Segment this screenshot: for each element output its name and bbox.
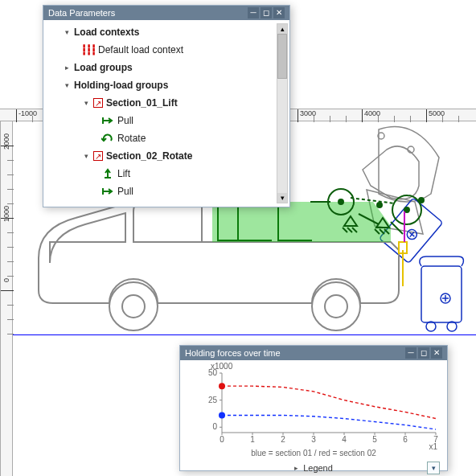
svg-line-27 <box>375 229 380 234</box>
tree-item-load-contexts[interactable]: ▾ Load contexts <box>45 23 289 41</box>
panel-title-text: Data Parameters <box>48 6 248 20</box>
data-parameters-panel[interactable]: Data Parameters ─ ◻ ✕ ▾ Load contexts ┇┇… <box>43 5 290 207</box>
svg-point-14 <box>312 282 360 330</box>
svg-point-5 <box>441 293 450 303</box>
svg-text:0: 0 <box>220 435 224 444</box>
svg-line-11 <box>409 232 414 236</box>
maximize-button[interactable]: ◻ <box>418 347 429 359</box>
chart-area: x1000 0255001234567 x1 blue = section 01… <box>180 360 447 470</box>
section-icon: ↗ <box>93 151 103 161</box>
svg-point-22 <box>377 203 382 207</box>
tree-item-pull-2[interactable]: Pull <box>45 183 289 200</box>
svg-point-21 <box>404 207 409 212</box>
scroll-thumb[interactable] <box>277 34 287 79</box>
tree-item-lift[interactable]: Lift <box>45 165 289 183</box>
svg-point-61 <box>219 383 225 389</box>
pull-icon <box>101 114 114 127</box>
section-icon: ↗ <box>93 98 103 108</box>
svg-point-12 <box>109 282 158 330</box>
scrollbar[interactable]: ▴ ▾ <box>277 23 288 203</box>
tree-item-pull[interactable]: Pull <box>45 112 289 129</box>
svg-line-25 <box>347 228 352 232</box>
collapse-icon[interactable]: ▾ <box>82 99 90 107</box>
tree-view[interactable]: ▾ Load contexts ┇┇┇ Default load context… <box>43 20 289 207</box>
tree-item-section-01[interactable]: ▾ ↗ Section_01_Lift <box>45 94 289 112</box>
svg-point-23 <box>419 198 424 203</box>
collapse-icon[interactable]: ▾ <box>63 28 71 36</box>
svg-line-28 <box>380 229 384 234</box>
legend-label: Legend <box>303 463 333 473</box>
tree-item-rotate[interactable]: Rotate <box>45 129 289 147</box>
svg-point-3 <box>426 322 436 331</box>
svg-point-20 <box>339 199 343 204</box>
svg-line-18 <box>351 198 395 203</box>
svg-line-10 <box>410 232 414 237</box>
minimize-button[interactable]: ─ <box>405 347 416 359</box>
vertical-ruler: 2000 1000 0 <box>0 121 13 476</box>
svg-text:3: 3 <box>311 435 316 444</box>
svg-text:4: 4 <box>342 435 347 444</box>
maximize-button[interactable]: ◻ <box>261 7 272 18</box>
panel-title-text: Holding forces over time <box>185 346 405 360</box>
svg-line-24 <box>343 228 347 232</box>
tree-item-holding-load-groups[interactable]: ▾ Holding-load groups <box>45 76 289 94</box>
svg-point-1 <box>378 133 384 139</box>
ground-line <box>13 334 476 335</box>
collapse-icon[interactable]: ▾ <box>63 81 71 89</box>
tree-item-default-load-context[interactable]: ┇┇┇ Default load context <box>45 41 289 59</box>
legend-dropdown-button[interactable]: ▾ <box>427 462 440 474</box>
svg-point-16 <box>328 189 354 215</box>
legend-toggle-row[interactable]: ▸ Legend ▾ <box>179 460 448 476</box>
svg-point-9 <box>405 228 419 241</box>
svg-text:6: 6 <box>403 435 408 444</box>
minimize-button[interactable]: ─ <box>248 7 259 18</box>
pull-icon <box>101 185 114 198</box>
chart-caption: blue = section 01 / red = section 02 <box>187 449 441 458</box>
svg-text:2: 2 <box>281 435 285 444</box>
svg-rect-2 <box>421 266 462 322</box>
svg-point-15 <box>325 295 347 318</box>
svg-text:0: 0 <box>212 422 217 431</box>
rotate-icon <box>101 132 114 145</box>
holding-forces-chart-panel[interactable]: Holding forces over time ─ ◻ ✕ x1000 025… <box>179 345 448 471</box>
panel-titlebar[interactable]: Data Parameters ─ ◻ ✕ <box>43 6 289 20</box>
tree-item-load-groups[interactable]: ▸ Load groups <box>45 59 289 76</box>
expand-icon[interactable]: ▸ <box>63 64 71 72</box>
svg-text:1: 1 <box>250 435 255 444</box>
svg-point-13 <box>122 295 145 318</box>
collapse-icon[interactable]: ▾ <box>82 152 90 160</box>
panel-titlebar[interactable]: Holding forces over time ─ ◻ ✕ <box>180 346 447 360</box>
svg-line-29 <box>384 229 389 234</box>
chart-x-unit: x1 <box>429 442 437 451</box>
close-button[interactable]: ✕ <box>431 347 442 359</box>
svg-text:5: 5 <box>372 435 377 444</box>
lift-icon <box>101 167 114 180</box>
svg-rect-30 <box>399 242 407 253</box>
svg-text:25: 25 <box>208 396 218 404</box>
chart-y-unit: x1000 <box>211 362 232 371</box>
svg-point-17 <box>392 195 421 224</box>
svg-rect-8 <box>380 198 443 263</box>
svg-point-4 <box>447 322 457 331</box>
tree-item-section-02[interactable]: ▾ ↗ Section_02_Rotate <box>45 147 289 165</box>
expand-icon[interactable]: ▸ <box>294 464 298 472</box>
scroll-up-button[interactable]: ▴ <box>277 24 287 34</box>
svg-line-26 <box>352 228 357 232</box>
sliders-icon: ┇┇┇ <box>82 43 95 56</box>
scroll-down-button[interactable]: ▾ <box>277 193 287 203</box>
svg-point-62 <box>219 412 225 418</box>
chart-svg: 0255001234567 <box>187 362 442 449</box>
close-button[interactable]: ✕ <box>273 7 285 18</box>
svg-point-0 <box>408 146 414 153</box>
